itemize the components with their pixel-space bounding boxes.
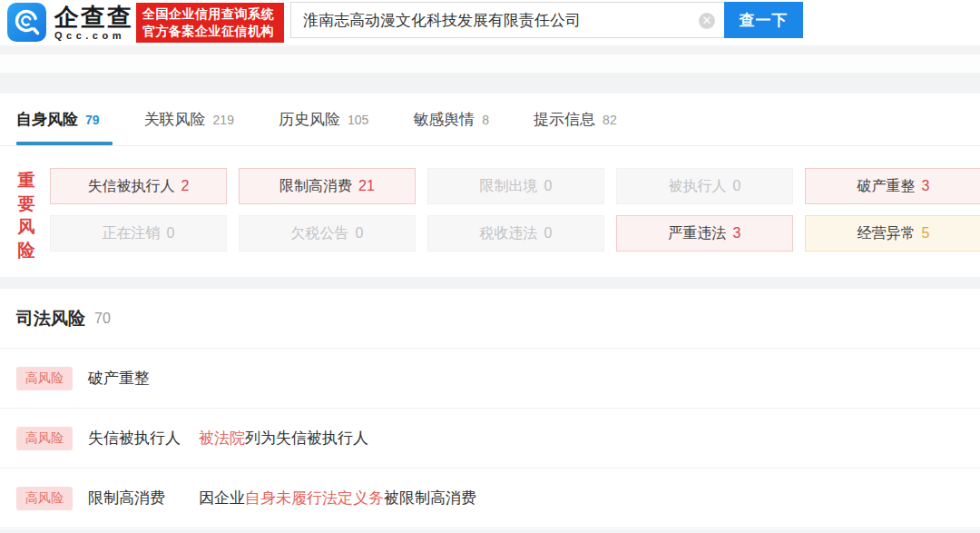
tab-sensitive-sentiment[interactable]: 敏感舆情 8 [413,94,489,145]
risk-button-tax-arrears[interactable]: 欠税公告 0 [239,215,416,252]
section-count: 70 [94,311,111,327]
risk-button-label: 限制出境 [480,177,538,196]
risk-tabs: 自身风险 79 关联风险 219 历史风险 105 敏感舆情 8 提示信息 82 [0,94,980,146]
risk-button-count: 21 [358,178,375,194]
risk-button-count: 3 [922,178,930,194]
risk-button-label: 失信被执行人 [88,177,175,196]
risk-button-count: 0 [544,178,553,194]
risk-desc-segment-highlight: 自身未履行法定义务 [245,489,384,507]
tab-count: 219 [213,113,234,127]
risk-button-label: 正在注销 [103,224,161,243]
tab-related-risk[interactable]: 关联风险 219 [144,94,234,145]
judicial-risk-header: 司法风险 70 [0,289,980,349]
risk-button-label: 经营异常 [858,224,916,243]
certification-badge: 全国企业信用查询系统 官方备案企业征信机构 [136,3,284,43]
header: 企查查 Qcc.com 全国企业信用查询系统 官方备案企业征信机构 ✕ 查一下 [0,0,980,45]
risk-button-count: 0 [733,178,741,194]
risk-name: 失信被执行人 [88,428,199,449]
risk-button-count: 0 [167,225,175,242]
risk-button-count: 5 [922,225,930,242]
tab-label: 关联风险 [144,109,206,130]
section-title: 司法风险 [16,307,85,331]
important-risk-area: 重要风险 失信被执行人 2 限制高消费 21 限制出境 0 被执行人 0 破产重… [0,146,980,252]
tab-count: 8 [482,113,489,127]
risk-level-badge: 高风险 [16,367,73,390]
tab-self-risk[interactable]: 自身风险 79 [16,94,100,145]
search-button[interactable]: 查一下 [724,2,803,38]
search-input[interactable] [291,3,724,37]
risk-button-label: 被执行人 [669,177,727,196]
risk-button-count: 3 [733,225,741,242]
risk-desc-segment: 因企业 [199,489,245,507]
judicial-risk-row-dishonest-executee[interactable]: 高风险 失信被执行人 被法院列为失信被执行人 [0,409,980,469]
risk-desc-segment: 被限制高消费 [384,489,476,507]
certification-badge-line1: 全国企业信用查询系统 [142,5,284,23]
risk-button-serious-violation[interactable]: 严重违法 3 [616,215,793,252]
clear-icon[interactable]: ✕ [699,13,715,29]
risk-button-consumption-restriction[interactable]: 限制高消费 21 [239,168,416,204]
risk-button-tax-violation[interactable]: 税收违法 0 [427,215,604,252]
risk-button-label: 破产重整 [858,177,916,196]
judicial-risk-card: 司法风险 70 高风险 破产重整 高风险 失信被执行人 被法院列为失信被执行人 … [0,289,980,529]
content-divider-strip [0,54,980,73]
risk-button-exit-restriction[interactable]: 限制出境 0 [427,168,604,204]
risk-button-operation-abnormal[interactable]: 经营异常 5 [805,215,980,252]
risk-button-count: 0 [544,225,553,242]
risk-desc-segment-highlight: 被法院 [199,429,245,447]
qcc-logo[interactable]: 企查查 Qcc.com [7,3,133,42]
risk-button-label: 限制高消费 [279,177,352,196]
judicial-risk-row-consumption-restriction[interactable]: 高风险 限制高消费 因企业自身未履行法定义务被限制高消费 [0,469,980,528]
tab-count: 82 [603,113,617,127]
risk-name: 破产重整 [88,368,199,389]
tab-history-risk[interactable]: 历史风险 105 [279,94,368,145]
logo-text: 企查查 Qcc.com [54,3,133,42]
risk-description: 被法院列为失信被执行人 [199,428,368,449]
tab-label: 自身风险 [16,109,78,130]
tab-label: 敏感舆情 [413,109,475,130]
risk-button-bankruptcy[interactable]: 破产重整 3 [805,168,980,204]
judicial-risk-row-bankruptcy[interactable]: 高风险 破产重整 [0,349,980,409]
risk-overview-card: 自身风险 79 关联风险 219 历史风险 105 敏感舆情 8 提示信息 82… [0,94,980,277]
page-bottom-strip [0,529,980,533]
risk-button-label: 欠税公告 [291,224,349,243]
tab-count: 105 [348,113,368,127]
risk-level-badge: 高风险 [16,427,73,450]
tab-label: 历史风险 [279,109,340,130]
search-box: ✕ [290,2,724,38]
risk-button-label: 严重违法 [669,224,727,243]
important-risk-grid: 失信被执行人 2 限制高消费 21 限制出境 0 被执行人 0 破产重整 3 正… [50,168,980,252]
logo-subtitle: Qcc.com [54,30,133,42]
tab-count: 79 [85,113,100,127]
risk-desc-segment: 列为失信被执行人 [245,429,368,447]
risk-button-count: 2 [181,178,190,194]
risk-name: 限制高消费 [88,488,199,508]
certification-badge-line2: 官方备案企业征信机构 [142,23,284,40]
risk-button-count: 0 [356,225,364,242]
tab-label: 提示信息 [534,109,595,130]
tab-notice-info[interactable]: 提示信息 82 [534,94,617,145]
risk-button-dishonest-executee[interactable]: 失信被执行人 2 [50,168,227,204]
important-risk-label: 重要风险 [15,169,37,262]
logo-title: 企查查 [54,5,133,30]
risk-button-executee[interactable]: 被执行人 0 [616,168,793,204]
risk-description: 因企业自身未履行法定义务被限制高消费 [199,488,476,508]
risk-level-badge: 高风险 [16,487,73,510]
risk-button-label: 税收违法 [480,224,538,243]
risk-button-cancelling[interactable]: 正在注销 0 [50,215,227,252]
qcc-logo-icon [7,3,46,42]
